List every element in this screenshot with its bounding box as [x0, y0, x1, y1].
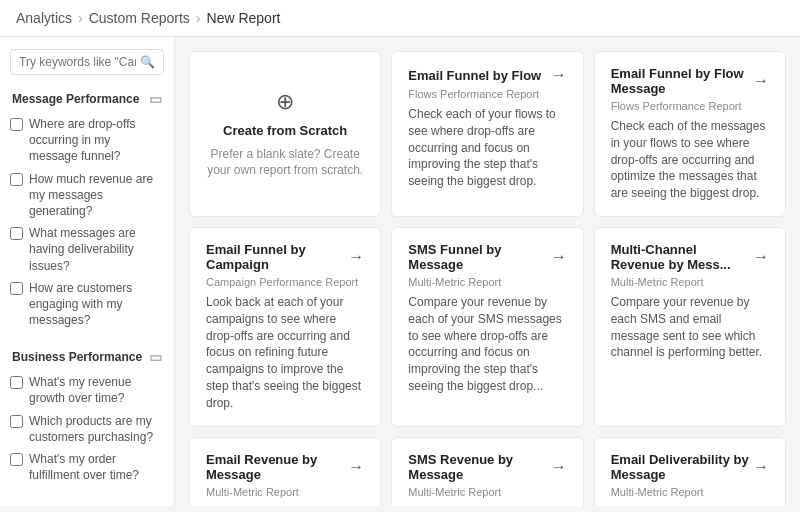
- sidebar-item[interactable]: How much revenue are my messages generat…: [0, 168, 174, 223]
- card-description: Monitor your email deliverability by eac…: [611, 504, 769, 506]
- sidebar-item-label: How are customers engaging with my messa…: [29, 280, 162, 329]
- card-title-row: Email Funnel by Flow →: [408, 66, 566, 84]
- card-title: Email Funnel by Campaign: [206, 242, 348, 272]
- breadcrumb-sep-2: ›: [196, 10, 201, 26]
- sidebar-item[interactable]: How are customers engaging with my messa…: [0, 277, 174, 332]
- card-title-row: Email Revenue by Message →: [206, 452, 364, 482]
- sidebar-item-label: Which products are my customers purchasi…: [29, 413, 162, 445]
- sidebar-section-header-channel-performance: Channel Performance▭: [0, 500, 174, 506]
- card-subtitle: Multi-Metric Report: [408, 486, 566, 498]
- card-arrow-icon: →: [551, 248, 567, 266]
- sidebar-item[interactable]: What's my order fulfillment over time?: [0, 448, 174, 486]
- breadcrumb-analytics[interactable]: Analytics: [16, 10, 72, 26]
- sidebar: 🔍 Message Performance▭Where are drop-off…: [0, 37, 175, 506]
- sidebar-section-label: Message Performance: [12, 92, 139, 106]
- card-arrow-icon: →: [753, 248, 769, 266]
- card-title-row: Email Funnel by Campaign →: [206, 242, 364, 272]
- breadcrumb: Analytics › Custom Reports › New Report: [0, 0, 800, 37]
- create-title: Create from Scratch: [223, 123, 347, 138]
- sidebar-section-business-performance: Business Performance▭What's my revenue g…: [0, 345, 174, 486]
- sidebar-item[interactable]: Which products are my customers purchasi…: [0, 410, 174, 448]
- card-subtitle: Campaign Performance Report: [206, 276, 364, 288]
- card-title: Email Revenue by Message: [206, 452, 348, 482]
- sidebar-collapse-icon[interactable]: ▭: [149, 504, 162, 506]
- report-card[interactable]: Email Revenue by Message → Multi-Metric …: [189, 437, 381, 506]
- card-subtitle: Multi-Metric Report: [206, 486, 364, 498]
- breadcrumb-new-report: New Report: [207, 10, 281, 26]
- card-arrow-icon: →: [551, 66, 567, 84]
- report-card[interactable]: Email Funnel by Flow Message → Flows Per…: [594, 51, 786, 217]
- create-from-scratch-card[interactable]: ⊕ Create from Scratch Prefer a blank sla…: [189, 51, 381, 217]
- sidebar-collapse-icon[interactable]: ▭: [149, 91, 162, 107]
- card-description: Compare your revenue by each of your SMS…: [408, 294, 566, 395]
- card-description: Check each of the messages in your flows…: [611, 118, 769, 202]
- card-description: Compare your revenue by each SMS message…: [408, 504, 566, 506]
- card-title: Multi-Channel Revenue by Mess...: [611, 242, 753, 272]
- report-card[interactable]: Email Funnel by Campaign → Campaign Perf…: [189, 227, 381, 427]
- breadcrumb-sep-1: ›: [78, 10, 83, 26]
- sidebar-checkbox[interactable]: [10, 118, 23, 131]
- sidebar-section-label: Business Performance: [12, 350, 142, 364]
- sidebar-item-label: What messages are having deliverability …: [29, 225, 162, 274]
- report-card[interactable]: SMS Revenue by Message → Multi-Metric Re…: [391, 437, 583, 506]
- content-area: ⊕ Create from Scratch Prefer a blank sla…: [175, 37, 800, 506]
- sidebar-item-label: How much revenue are my messages generat…: [29, 171, 162, 220]
- search-icon: 🔍: [140, 55, 155, 69]
- card-subtitle: Flows Performance Report: [408, 88, 566, 100]
- search-input[interactable]: [19, 55, 136, 69]
- card-arrow-icon: →: [348, 248, 364, 266]
- sidebar-item-label: What's my revenue growth over time?: [29, 374, 162, 406]
- sidebar-item-label: What's my order fulfillment over time?: [29, 451, 162, 483]
- card-title: SMS Revenue by Message: [408, 452, 550, 482]
- sidebar-section-header-message-performance: Message Performance▭: [0, 87, 174, 113]
- create-icon: ⊕: [276, 89, 294, 115]
- card-title: Email Funnel by Flow: [408, 68, 541, 83]
- card-arrow-icon: →: [753, 458, 769, 476]
- sidebar-checkbox[interactable]: [10, 415, 23, 428]
- sidebar-checkbox[interactable]: [10, 282, 23, 295]
- card-subtitle: Multi-Metric Report: [408, 276, 566, 288]
- card-description: Check each of your flows to see where dr…: [408, 106, 566, 190]
- create-desc: Prefer a blank slate? Create your own re…: [206, 146, 364, 180]
- sidebar-item[interactable]: Where are drop-offs occurring in my mess…: [0, 113, 174, 168]
- card-description: Look back at each of your campaigns to s…: [206, 294, 364, 412]
- card-title-row: Email Deliverability by Message →: [611, 452, 769, 482]
- sidebar-checkbox[interactable]: [10, 173, 23, 186]
- sidebar-section-label: Channel Performance: [12, 505, 136, 506]
- card-title-row: Email Funnel by Flow Message →: [611, 66, 769, 96]
- sidebar-section-header-business-performance: Business Performance▭: [0, 345, 174, 371]
- card-title: Email Funnel by Flow Message: [611, 66, 753, 96]
- card-arrow-icon: →: [551, 458, 567, 476]
- sidebar-section-channel-performance: Channel Performance▭How is email perform…: [0, 500, 174, 506]
- sidebar-checkbox[interactable]: [10, 227, 23, 240]
- card-description: Compare your revenue by each SMS and ema…: [611, 294, 769, 361]
- sidebar-checkbox[interactable]: [10, 376, 23, 389]
- card-title: SMS Funnel by Message: [408, 242, 550, 272]
- card-subtitle: Multi-Metric Report: [611, 486, 769, 498]
- sidebar-item[interactable]: What's my revenue growth over time?: [0, 371, 174, 409]
- sidebar-section-message-performance: Message Performance▭Where are drop-offs …: [0, 87, 174, 331]
- report-card[interactable]: SMS Funnel by Message → Multi-Metric Rep…: [391, 227, 583, 427]
- card-subtitle: Flows Performance Report: [611, 100, 769, 112]
- card-title-row: SMS Funnel by Message →: [408, 242, 566, 272]
- report-card[interactable]: Email Funnel by Flow → Flows Performance…: [391, 51, 583, 217]
- sidebar-item[interactable]: What messages are having deliverability …: [0, 222, 174, 277]
- card-description: Compare your revenue by each email messa…: [206, 504, 364, 506]
- cards-grid: ⊕ Create from Scratch Prefer a blank sla…: [189, 51, 786, 506]
- breadcrumb-custom-reports[interactable]: Custom Reports: [89, 10, 190, 26]
- sidebar-collapse-icon[interactable]: ▭: [149, 349, 162, 365]
- card-subtitle: Multi-Metric Report: [611, 276, 769, 288]
- sidebar-item-label: Where are drop-offs occurring in my mess…: [29, 116, 162, 165]
- card-arrow-icon: →: [348, 458, 364, 476]
- card-title: Email Deliverability by Message: [611, 452, 753, 482]
- sidebar-checkbox[interactable]: [10, 453, 23, 466]
- report-card[interactable]: Email Deliverability by Message → Multi-…: [594, 437, 786, 506]
- card-title-row: SMS Revenue by Message →: [408, 452, 566, 482]
- card-arrow-icon: →: [753, 72, 769, 90]
- report-card[interactable]: Multi-Channel Revenue by Mess... → Multi…: [594, 227, 786, 427]
- card-title-row: Multi-Channel Revenue by Mess... →: [611, 242, 769, 272]
- search-box[interactable]: 🔍: [10, 49, 164, 75]
